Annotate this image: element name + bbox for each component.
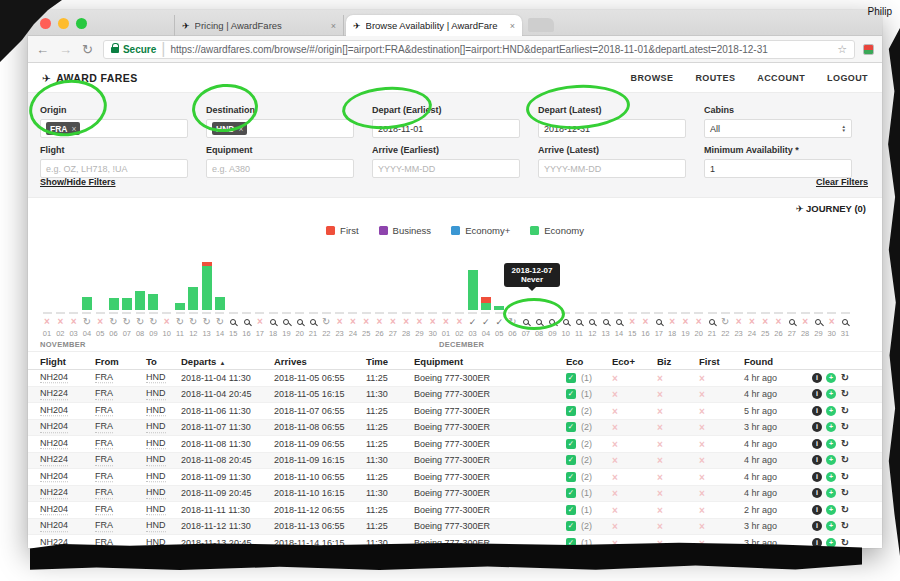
filter-input[interactable]: YYYY-MM-DD bbox=[538, 159, 686, 178]
day-status-search-icon[interactable] bbox=[572, 317, 586, 327]
day-status-sync-icon[interactable]: ↻ bbox=[146, 317, 160, 327]
day-status-search-icon[interactable] bbox=[652, 317, 666, 327]
day-status-x-icon[interactable]: × bbox=[426, 317, 440, 327]
chart-bar[interactable] bbox=[175, 303, 185, 310]
cell-to[interactable]: HND bbox=[146, 405, 166, 417]
eco-availability-checkbox[interactable]: ✓ bbox=[566, 373, 576, 383]
day-status-x-icon[interactable]: × bbox=[412, 317, 426, 327]
filter-input[interactable]: 1 bbox=[704, 159, 852, 178]
cell-flight[interactable]: NH224 bbox=[40, 389, 68, 401]
day-status-x-icon[interactable]: × bbox=[825, 317, 839, 327]
day-status-x-icon[interactable]: × bbox=[67, 317, 81, 327]
row-add-to-journey-button[interactable]: + bbox=[826, 439, 836, 449]
day-status-search-icon[interactable] bbox=[293, 317, 307, 327]
row-add-to-journey-button[interactable]: + bbox=[826, 373, 836, 383]
column-header-time[interactable]: Time bbox=[366, 356, 388, 367]
row-add-to-journey-button[interactable]: + bbox=[826, 389, 836, 399]
day-status-search-icon[interactable] bbox=[266, 317, 280, 327]
bookmark-star-icon[interactable]: ☆ bbox=[837, 43, 847, 56]
day-status-search-icon[interactable] bbox=[240, 317, 254, 327]
day-status-search-icon[interactable] bbox=[811, 317, 825, 327]
eco-availability-checkbox[interactable]: ✓ bbox=[566, 505, 576, 515]
column-header-biz[interactable]: Biz bbox=[657, 356, 671, 367]
chart-bar[interactable] bbox=[82, 297, 92, 310]
nav-item-routes[interactable]: ROUTES bbox=[695, 73, 735, 83]
row-add-to-journey-button[interactable]: + bbox=[826, 488, 836, 498]
column-header-eco[interactable]: Eco bbox=[566, 356, 583, 367]
cell-flight[interactable]: NH204 bbox=[40, 471, 68, 483]
chart-bar[interactable] bbox=[109, 298, 119, 310]
row-info-button[interactable]: i bbox=[812, 373, 822, 383]
row-info-button[interactable]: i bbox=[812, 472, 822, 482]
day-status-search-icon[interactable] bbox=[599, 317, 613, 327]
eco-availability-checkbox[interactable]: ✓ bbox=[566, 406, 576, 416]
cell-to[interactable]: HND bbox=[146, 455, 166, 467]
column-header-from[interactable]: From bbox=[95, 356, 119, 367]
day-status-x-icon[interactable]: × bbox=[772, 317, 786, 327]
column-header-ecoplus[interactable]: Eco+ bbox=[612, 356, 635, 367]
row-refresh-button[interactable]: ↻ bbox=[840, 389, 850, 399]
reload-icon[interactable]: ↻ bbox=[82, 43, 93, 56]
day-status-sync-icon[interactable]: ↻ bbox=[319, 317, 333, 327]
back-icon[interactable]: ← bbox=[36, 43, 49, 56]
day-status-search-icon[interactable] bbox=[705, 317, 719, 327]
filter-input[interactable]: All▲▼ bbox=[704, 119, 852, 138]
chart-bar[interactable] bbox=[215, 297, 225, 310]
row-refresh-button[interactable]: ↻ bbox=[840, 422, 850, 432]
url-text[interactable]: https://awardfares.com/browse/#/origin[]… bbox=[170, 44, 831, 55]
day-status-x-icon[interactable]: × bbox=[93, 317, 107, 327]
close-window-button[interactable] bbox=[40, 18, 51, 29]
row-info-button[interactable]: i bbox=[812, 422, 822, 432]
day-status-sync-icon[interactable]: ↻ bbox=[186, 317, 200, 327]
day-status-x-icon[interactable]: × bbox=[732, 317, 746, 327]
new-tab-button[interactable] bbox=[528, 18, 554, 32]
row-info-button[interactable]: i bbox=[812, 488, 822, 498]
day-status-sync-icon[interactable]: ↻ bbox=[200, 317, 214, 327]
eco-availability-checkbox[interactable]: ✓ bbox=[566, 472, 576, 482]
day-status-search-icon[interactable] bbox=[306, 317, 320, 327]
tab-close-icon[interactable]: × bbox=[331, 21, 336, 31]
clear-filters-link[interactable]: Clear Filters bbox=[816, 177, 868, 187]
day-status-check-icon[interactable]: ✓ bbox=[479, 317, 493, 327]
cell-from[interactable]: FRA bbox=[95, 521, 113, 533]
cell-to[interactable]: HND bbox=[146, 422, 166, 434]
cell-flight[interactable]: NH204 bbox=[40, 422, 68, 434]
row-info-button[interactable]: i bbox=[812, 389, 822, 399]
forward-icon[interactable]: → bbox=[59, 43, 72, 56]
row-refresh-button[interactable]: ↻ bbox=[840, 538, 850, 548]
row-add-to-journey-button[interactable]: + bbox=[826, 455, 836, 465]
cell-flight[interactable]: NH204 bbox=[40, 372, 68, 384]
chart-bar[interactable] bbox=[202, 262, 212, 310]
cell-from[interactable]: FRA bbox=[95, 405, 113, 417]
cell-from[interactable]: FRA bbox=[95, 455, 113, 467]
cell-from[interactable]: FRA bbox=[95, 438, 113, 450]
journey-counter[interactable]: ✈ JOURNEY (0) bbox=[795, 203, 866, 214]
row-info-button[interactable]: i bbox=[812, 455, 822, 465]
day-status-search-icon[interactable] bbox=[838, 317, 852, 327]
day-status-x-icon[interactable]: × bbox=[665, 317, 679, 327]
row-refresh-button[interactable]: ↻ bbox=[840, 439, 850, 449]
row-add-to-journey-button[interactable]: + bbox=[826, 521, 836, 531]
row-info-button[interactable]: i bbox=[812, 439, 822, 449]
day-status-check-icon[interactable]: ✓ bbox=[466, 317, 480, 327]
row-info-button[interactable]: i bbox=[812, 521, 822, 531]
day-status-x-icon[interactable]: × bbox=[439, 317, 453, 327]
chart-bar[interactable] bbox=[148, 294, 158, 310]
day-status-sync-icon[interactable]: ↻ bbox=[213, 317, 227, 327]
cell-flight[interactable]: NH224 bbox=[40, 488, 68, 500]
day-status-x-icon[interactable]: × bbox=[452, 317, 466, 327]
cell-to[interactable]: HND bbox=[146, 389, 166, 401]
day-status-x-icon[interactable]: × bbox=[373, 317, 387, 327]
day-status-search-icon[interactable] bbox=[585, 317, 599, 327]
day-status-x-icon[interactable]: × bbox=[333, 317, 347, 327]
cell-from[interactable]: FRA bbox=[95, 488, 113, 500]
row-refresh-button[interactable]: ↻ bbox=[840, 406, 850, 416]
browser-tab-1[interactable]: ✈Pricing | AwardFares× bbox=[174, 15, 344, 36]
browser-tab-2[interactable]: ✈Browse Availability | AwardFare× bbox=[346, 15, 522, 36]
day-status-x-icon[interactable]: × bbox=[160, 317, 174, 327]
day-status-x-icon[interactable]: × bbox=[758, 317, 772, 327]
row-add-to-journey-button[interactable]: + bbox=[826, 422, 836, 432]
cell-to[interactable]: HND bbox=[146, 372, 166, 384]
column-header-equipment[interactable]: Equipment bbox=[414, 356, 463, 367]
eco-availability-checkbox[interactable]: ✓ bbox=[566, 439, 576, 449]
